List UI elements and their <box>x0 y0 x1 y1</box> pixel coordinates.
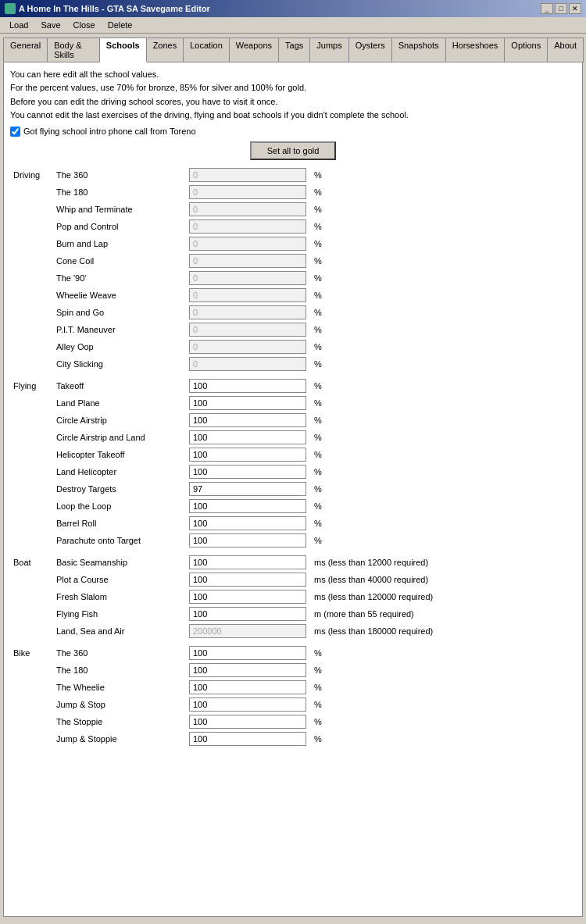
tab-tags[interactable]: Tags <box>278 37 310 62</box>
value-input-bike-5[interactable] <box>189 732 306 746</box>
minimize-button[interactable]: _ <box>541 3 553 14</box>
row-label-4: Burn and Lap <box>53 235 186 252</box>
section-label-bike <box>10 696 53 713</box>
section-label-driving <box>10 218 53 235</box>
flying-intro-checkbox[interactable] <box>10 127 20 137</box>
row-label-1: The 180 <box>53 184 186 201</box>
value-input-bike-4[interactable] <box>189 715 306 729</box>
value-input-flying-4[interactable] <box>189 448 306 462</box>
value-cell <box>186 554 311 571</box>
tab-options[interactable]: Options <box>504 37 548 62</box>
menu-load[interactable]: Load <box>3 19 34 31</box>
value-input-bike-3[interactable] <box>189 697 306 712</box>
row-label-1: Land Plane <box>53 394 186 412</box>
tab-jumps[interactable]: Jumps <box>309 37 348 62</box>
menu-delete[interactable]: Delete <box>102 19 139 31</box>
tabs-row: General Body & Skills Schools Zones Loca… <box>3 37 583 62</box>
tab-weapons[interactable]: Weapons <box>229 37 279 62</box>
tab-schools[interactable]: Schools <box>99 37 147 62</box>
value-input-flying-2[interactable] <box>189 413 306 427</box>
value-cell <box>186 429 311 446</box>
row-label-9: P.I.T. Maneuver <box>53 321 186 338</box>
tab-about[interactable]: About <box>547 37 584 62</box>
unit-label-0-8: % <box>311 304 576 321</box>
section-label-bike <box>10 662 53 679</box>
row-label-1: The 180 <box>53 662 186 679</box>
menu-close[interactable]: Close <box>67 19 102 31</box>
row-label-5: Jump & Stoppie <box>53 730 186 747</box>
tab-oysters[interactable]: Oysters <box>348 37 392 62</box>
value-input-bike-1[interactable] <box>189 663 306 677</box>
unit-label-2-1: ms (less than 40000 required) <box>311 571 576 588</box>
tab-zones[interactable]: Zones <box>146 37 184 62</box>
value-cell <box>186 588 311 605</box>
tab-horseshoes[interactable]: Horseshoes <box>445 37 506 62</box>
set-gold-button[interactable]: Set all to gold <box>250 141 337 160</box>
value-input-flying-1[interactable] <box>189 396 306 410</box>
value-input-bike-2[interactable] <box>189 680 306 694</box>
tab-general[interactable]: General <box>3 37 48 62</box>
row-label-0: The 360 <box>53 166 186 184</box>
value-input-flying-8[interactable] <box>189 516 306 530</box>
value-input-flying-6[interactable] <box>189 482 306 496</box>
title-bar: A Home In The Hills - GTA SA Savegame Ed… <box>0 0 586 17</box>
info-line-2: For the percent values, use 70% for bron… <box>10 82 576 94</box>
unit-label-1-9: % <box>311 532 576 549</box>
unit-label-3-4: % <box>311 713 576 730</box>
value-cell <box>186 218 311 235</box>
unit-label-0-3: % <box>311 218 576 235</box>
value-cell <box>186 571 311 588</box>
value-cell <box>186 304 311 321</box>
window-controls: _ □ ✕ <box>541 3 581 14</box>
value-input-boat-1[interactable] <box>189 573 306 587</box>
value-input-flying-9[interactable] <box>189 533 306 548</box>
section-label-flying: Flying <box>10 377 53 394</box>
value-input-flying-0[interactable] <box>189 379 306 393</box>
value-input-boat-0[interactable] <box>189 555 306 569</box>
value-input-bike-0[interactable] <box>189 646 306 660</box>
unit-label-1-3: % <box>311 429 576 446</box>
unit-label-0-2: % <box>311 201 576 218</box>
row-label-0: Takeoff <box>53 377 186 394</box>
value-input-flying-3[interactable] <box>189 430 306 444</box>
unit-label-0-1: % <box>311 184 576 201</box>
value-input-boat-3[interactable] <box>189 607 306 621</box>
value-cell <box>186 713 311 730</box>
value-input-flying-5[interactable] <box>189 465 306 479</box>
row-label-3: Circle Airstrip and Land <box>53 429 186 446</box>
tab-body-skills[interactable]: Body & Skills <box>47 37 100 62</box>
row-label-6: Destroy Targets <box>53 480 186 498</box>
section-label-driving <box>10 338 53 355</box>
close-button[interactable]: ✕ <box>569 3 581 14</box>
row-label-7: Loop the Loop <box>53 498 186 515</box>
section-label-driving <box>10 287 53 304</box>
value-cell <box>186 201 311 218</box>
section-label-flying <box>10 532 53 549</box>
tab-content: You can here edit all the school values.… <box>3 62 583 917</box>
section-label-boat <box>10 605 53 623</box>
row-label-1: Plot a Course <box>53 571 186 588</box>
row-label-2: The Wheelie <box>53 679 186 696</box>
tab-snapshots[interactable]: Snapshots <box>391 37 446 62</box>
row-label-3: Pop and Control <box>53 218 186 235</box>
maximize-button[interactable]: □ <box>555 3 567 14</box>
section-label-flying <box>10 446 53 463</box>
value-input-boat-2[interactable] <box>189 590 306 604</box>
unit-label-1-5: % <box>311 463 576 480</box>
value-input-driving-11 <box>189 357 306 371</box>
menu-save[interactable]: Save <box>34 19 66 31</box>
tab-location[interactable]: Location <box>183 37 230 62</box>
row-label-3: Jump & Stop <box>53 696 186 713</box>
section-label-bike <box>10 679 53 696</box>
value-input-flying-7[interactable] <box>189 499 306 513</box>
value-cell <box>186 355 311 373</box>
section-label-bike <box>10 730 53 747</box>
unit-label-0-6: % <box>311 269 576 287</box>
section-label-flying <box>10 480 53 498</box>
section-label-boat <box>10 623 53 640</box>
section-label-driving <box>10 252 53 269</box>
value-input-driving-10 <box>189 340 306 354</box>
section-label-driving <box>10 235 53 252</box>
value-input-driving-5 <box>189 254 306 268</box>
row-label-2: Whip and Terminate <box>53 201 186 218</box>
